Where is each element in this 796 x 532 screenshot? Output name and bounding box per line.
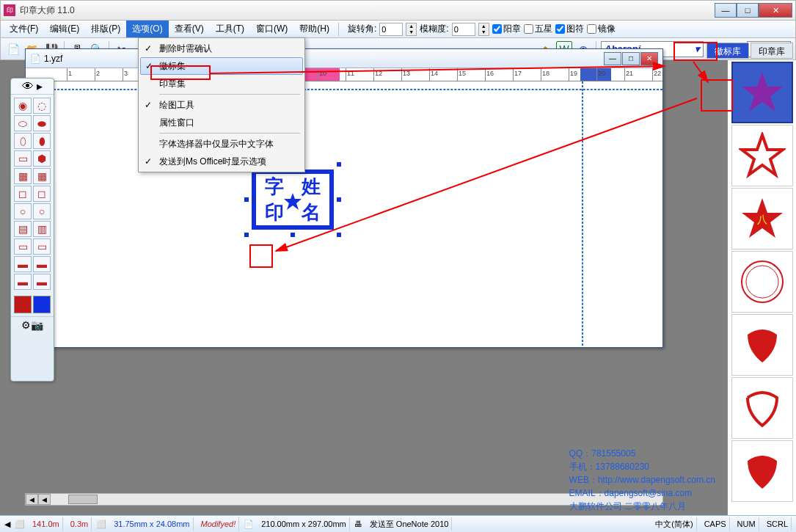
scroll-left2-icon[interactable]: ◀ (38, 494, 51, 505)
lib-item-star-army[interactable]: 八 (731, 188, 793, 249)
palette-tool-oval-thin2[interactable]: ⬮ (33, 133, 51, 149)
palette-tool-hash2[interactable]: ▥ (33, 221, 51, 237)
palette-tool-rect-oval[interactable]: ▭ (14, 150, 32, 167)
status-selection: 31.75mm x 24.08mm (111, 517, 193, 531)
doc-maximize-button[interactable]: □ (622, 52, 640, 65)
palette-tool-oval-thin[interactable]: ⬯ (14, 133, 32, 149)
blur-spinner[interactable]: ▲▼ (478, 23, 489, 36)
status-page: 210.00mm x 297.00mm (258, 517, 350, 531)
palette-tool-bar[interactable]: ▬ (14, 256, 32, 272)
palette-tool-rect[interactable]: ▭ (14, 238, 32, 255)
menubar: 文件(F) 编辑(E) 排版(P) 选项(O) 查看(V) 工具(T) 窗口(W… (0, 21, 796, 38)
palette-settings-icon[interactable]: ⚙📷 (11, 316, 54, 332)
status-lang: 中文(简体) (652, 517, 696, 531)
lib-item-hammer-b[interactable] (731, 377, 793, 439)
status-zoom: 0.3m (67, 517, 92, 531)
menu-options[interactable]: 选项(O) (126, 21, 168, 37)
doc-minimize-button[interactable]: — (604, 52, 621, 65)
lib-item-hammer-c[interactable] (731, 440, 793, 502)
palette-tool-hash[interactable]: ▤ (14, 221, 32, 237)
library-panel: 八 (727, 60, 796, 515)
palette-tool-bar3[interactable]: ▬ (14, 274, 32, 290)
menu-edit[interactable]: 编辑(E) (44, 21, 85, 37)
palette-tool-hex[interactable]: ⬢ (33, 150, 51, 167)
svg-marker-1 (742, 135, 783, 175)
palette-tool-oval[interactable]: ⬭ (14, 115, 32, 131)
contact-info: QQ：781555005 手机：13788680230 WEB：http://w… (569, 447, 715, 513)
palette-tool-grid[interactable]: ▦ (14, 168, 32, 184)
maximize-button[interactable]: □ (737, 3, 759, 18)
window-title: 印章大师 11.0 (20, 4, 715, 17)
dropdown-item[interactable]: ✓删除时需确认 (140, 40, 303, 57)
scrollbar-horizontal[interactable]: ◀ ◀ (25, 493, 663, 506)
doc-close-button[interactable]: ✕ (640, 52, 658, 65)
palette-tool-circle-dash[interactable]: ◌ (33, 98, 51, 114)
menu-view[interactable]: 查看(V) (169, 21, 210, 37)
status-modified: Modifyed! (198, 517, 240, 531)
lib-item-star-outline[interactable] (731, 125, 793, 186)
status-send: 发送至 OneNote 2010 (367, 517, 453, 531)
blur-input[interactable] (452, 23, 475, 36)
arrow-left-icon[interactable]: ◀ (4, 520, 10, 529)
tool-palette[interactable]: 👁 ▸ ◉◌⬭⬬⬯⬮▭⬢▦▦◻◻○○▤▥▭▭▬▬▬▬ ⚙📷 (10, 78, 54, 382)
rotation-spinner[interactable]: ▲▼ (406, 23, 417, 36)
dropdown-item[interactable]: ✓绘图工具 (140, 96, 303, 114)
palette-tool-grid2[interactable]: ▦ (33, 168, 51, 184)
palette-tool-square[interactable]: ◻ (14, 186, 32, 202)
swatch-red[interactable] (14, 296, 32, 313)
libtab-stamp[interactable]: 印章库 (751, 43, 793, 59)
titlebar: 印 印章大师 11.0 — □ ✕ (0, 0, 796, 21)
palette-tool-oval-dash[interactable]: ⬬ (33, 115, 51, 131)
svg-marker-0 (742, 72, 783, 112)
selection-handles[interactable] (247, 164, 339, 235)
dropdown-item[interactable]: 字体选择器中仅显示中文字体 (140, 135, 303, 153)
palette-tool-bar4[interactable]: ▬ (33, 274, 51, 290)
scroll-left-icon[interactable]: ◀ (26, 494, 38, 505)
palette-tool-square-dash[interactable]: ◻ (33, 186, 51, 202)
menu-layout[interactable]: 排版(P) (85, 21, 126, 37)
svg-point-4 (742, 261, 783, 302)
status-coord: 141.0m (29, 517, 63, 531)
palette-tool-circle-star[interactable]: ◉ (14, 98, 32, 114)
menu-tools[interactable]: 工具(T) (210, 21, 250, 37)
rotation-input[interactable] (379, 23, 403, 36)
menu-help[interactable]: 帮助(H) (293, 21, 335, 37)
eye-icon[interactable]: 👁 ▸ (11, 79, 54, 95)
close-button[interactable]: ✕ (759, 3, 792, 18)
svg-point-5 (746, 266, 778, 298)
palette-tool-rect2[interactable]: ▭ (33, 238, 51, 255)
lib-item-emblem-circle[interactable] (731, 251, 793, 313)
menu-window[interactable]: 窗口(W) (250, 21, 293, 37)
dropdown-item[interactable]: 属性窗口 (140, 114, 303, 131)
ruler-horizontal[interactable]: 12345678910111213141516171819202122 (39, 68, 662, 81)
palette-tool-circle[interactable]: ○ (14, 203, 32, 219)
palette-tool-bar2[interactable]: ▬ (33, 256, 51, 272)
swatch-blue[interactable] (33, 296, 51, 313)
app-logo: 印 (4, 4, 15, 16)
palette-tool-circle2[interactable]: ○ (33, 203, 51, 219)
document-window: 📄 1.yzf — □ ✕ 12345678910111213141516171… (25, 48, 663, 348)
menu-file[interactable]: 文件(F) (4, 21, 44, 37)
blur-label: 模糊度: (420, 23, 448, 35)
dropdown-item[interactable]: ✓徽标集 (140, 57, 303, 75)
statusbar: ◀ ⬜ 141.0m 0.3m ⬜ 31.75mm x 24.08mm Modi… (0, 515, 796, 532)
minimize-button[interactable]: — (715, 3, 737, 18)
lib-item-hammer-a[interactable] (731, 314, 793, 376)
check-star[interactable]: 五星 (524, 23, 552, 35)
status-caps: CAPS (701, 517, 730, 531)
rotation-label: 旋转角: (348, 23, 376, 35)
new-icon[interactable]: 📄 (5, 41, 21, 57)
status-scrl: SCRL (764, 517, 792, 531)
libtab-emblem[interactable]: 徽标库 (706, 43, 749, 59)
status-num: NUM (734, 517, 759, 531)
dropdown-item[interactable]: 印章集 (140, 75, 303, 92)
dropdown-item[interactable]: ✓发送到Ms Office时显示选项 (140, 153, 303, 170)
check-symbol[interactable]: 图符 (555, 23, 584, 35)
check-yang[interactable]: 阳章 (492, 23, 521, 35)
doc-icon: 📄 (30, 54, 41, 64)
canvas[interactable]: 字 姓 印 名 (39, 81, 662, 347)
check-mirror[interactable]: 镜像 (587, 23, 616, 35)
options-dropdown: ✓删除时需确认✓徽标集印章集✓绘图工具属性窗口字体选择器中仅显示中文字体✓发送到… (138, 37, 305, 172)
scroll-thumb[interactable] (68, 495, 98, 504)
lib-item-star-purple[interactable] (731, 62, 793, 123)
